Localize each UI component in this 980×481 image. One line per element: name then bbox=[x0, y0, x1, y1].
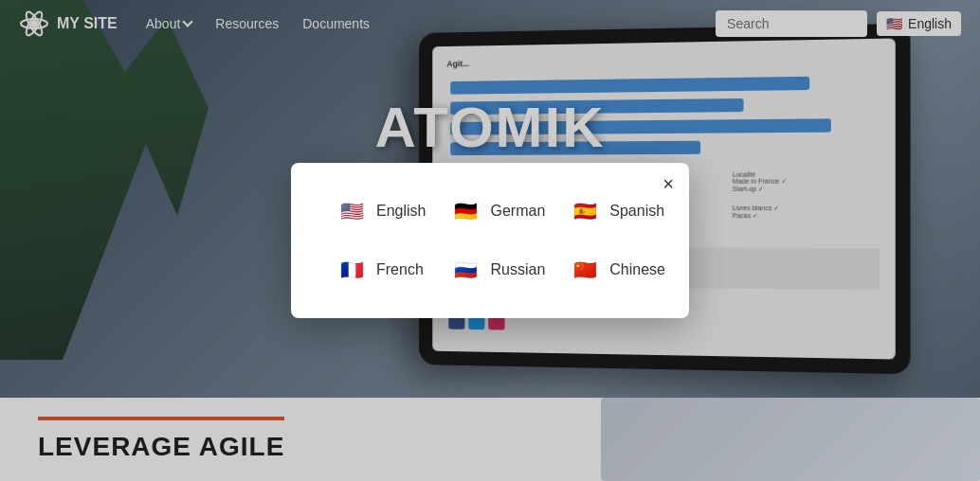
flag-russian: 🇷🇺 bbox=[450, 255, 481, 285]
flag-german: 🇩🇪 bbox=[450, 196, 481, 226]
flag-french: 🇫🇷 bbox=[336, 255, 367, 285]
lang-french[interactable]: 🇫🇷 French bbox=[329, 250, 433, 290]
language-grid: 🇺🇸 English 🇩🇪 German 🇪🇸 Spanish 🇫🇷 Frenc… bbox=[329, 191, 651, 290]
lang-russian[interactable]: 🇷🇺 Russian bbox=[443, 250, 553, 290]
modal-overlay[interactable]: × 🇺🇸 English 🇩🇪 German 🇪🇸 Spanish 🇫🇷 Fre… bbox=[0, 0, 980, 481]
lang-french-label: French bbox=[376, 261, 424, 278]
flag-chinese: 🇨🇳 bbox=[570, 255, 600, 285]
flag-english: 🇺🇸 bbox=[336, 196, 367, 226]
lang-english-label: English bbox=[376, 203, 426, 220]
lang-chinese-label: Chinese bbox=[609, 261, 665, 278]
language-modal: × 🇺🇸 English 🇩🇪 German 🇪🇸 Spanish 🇫🇷 Fre… bbox=[291, 163, 689, 318]
lang-german[interactable]: 🇩🇪 German bbox=[443, 191, 553, 231]
lang-chinese[interactable]: 🇨🇳 Chinese bbox=[562, 250, 673, 290]
lang-spanish-label: Spanish bbox=[609, 203, 664, 220]
lang-german-label: German bbox=[490, 203, 545, 220]
lang-russian-label: Russian bbox=[490, 261, 545, 278]
modal-close-button[interactable]: × bbox=[662, 174, 674, 193]
lang-english[interactable]: 🇺🇸 English bbox=[329, 191, 433, 231]
flag-spanish: 🇪🇸 bbox=[570, 196, 600, 226]
lang-spanish[interactable]: 🇪🇸 Spanish bbox=[562, 191, 673, 231]
